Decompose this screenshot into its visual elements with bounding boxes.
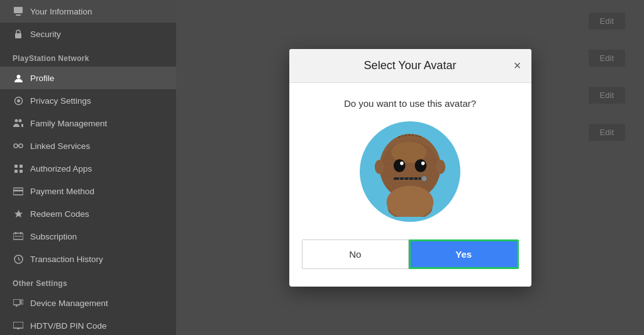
sidebar-item-hdtv-pin[interactable]: HDTV/BD PIN Code — [0, 314, 176, 335]
main-content: Edit Edit Edit Edit Select Your Avatar ×… — [176, 0, 644, 335]
sidebar-item-privacy-settings[interactable]: Privacy Settings — [0, 89, 176, 112]
sidebar-item-label: Security — [30, 30, 61, 39]
privacy-icon — [13, 95, 24, 106]
sidebar-item-label: HDTV/BD PIN Code — [30, 321, 107, 331]
sidebar-section-other: Other Settings Device Management HDTV/BD… — [0, 270, 176, 335]
svg-point-8 — [14, 144, 18, 148]
sidebar-item-security[interactable]: Security — [0, 23, 176, 45]
sidebar-item-redeem-codes[interactable]: Redeem Codes — [0, 202, 176, 225]
sidebar: Your Information Security PlayStation Ne… — [0, 0, 176, 335]
sidebar-item-label: Family Management — [30, 119, 107, 128]
modal-overlay: Select Your Avatar × Do you want to use … — [176, 0, 644, 335]
lock-icon — [13, 28, 24, 40]
svg-point-9 — [19, 144, 23, 148]
svg-rect-13 — [14, 170, 18, 173]
sidebar-item-label: Subscription — [30, 232, 77, 241]
svg-rect-14 — [19, 170, 23, 173]
payment-icon — [13, 185, 24, 197]
sidebar-item-family-management[interactable]: Family Management — [0, 112, 176, 135]
svg-point-30 — [394, 159, 406, 172]
svg-point-6 — [15, 119, 18, 123]
dialog-body: Do you want to use this avatar? — [289, 83, 531, 287]
sidebar-item-label: Redeem Codes — [30, 209, 89, 219]
dialog-buttons: No Yes — [302, 239, 519, 269]
linked-icon — [13, 140, 24, 151]
svg-rect-16 — [13, 190, 23, 192]
svg-point-7 — [19, 119, 22, 123]
svg-rect-1 — [16, 14, 21, 16]
sidebar-item-profile[interactable]: Profile — [0, 67, 176, 89]
svg-rect-2 — [15, 33, 21, 38]
no-button[interactable]: No — [302, 239, 409, 269]
sidebar-item-device-management[interactable]: Device Management — [0, 292, 176, 314]
sidebar-item-label: Transaction History — [30, 255, 103, 264]
sidebar-item-payment-method[interactable]: Payment Method — [0, 180, 176, 202]
subscription-icon — [13, 231, 24, 242]
svg-rect-0 — [14, 7, 23, 13]
svg-rect-24 — [13, 322, 23, 328]
other-section-header: Other Settings — [0, 270, 176, 292]
sidebar-item-your-information[interactable]: Your Information — [0, 0, 176, 23]
sidebar-item-label: Authorized Apps — [30, 164, 92, 173]
dialog-title: Select Your Avatar — [364, 59, 457, 72]
psn-section-header: PlayStation Network — [0, 45, 176, 67]
hdtv-icon — [13, 320, 24, 331]
sackboy-avatar-svg — [366, 126, 454, 217]
sidebar-item-label: Device Management — [30, 299, 108, 308]
svg-point-42 — [436, 160, 445, 173]
redeem-icon — [13, 208, 24, 219]
sidebar-section-1: Your Information Security — [0, 0, 176, 45]
sidebar-item-authorized-apps[interactable]: Authorized Apps — [0, 157, 176, 180]
family-icon — [13, 118, 24, 129]
svg-point-40 — [421, 176, 427, 182]
sidebar-item-subscription[interactable]: Subscription — [0, 225, 176, 248]
select-avatar-dialog: Select Your Avatar × Do you want to use … — [289, 49, 531, 287]
svg-point-5 — [17, 99, 20, 102]
svg-point-32 — [400, 162, 404, 165]
person-icon — [13, 6, 24, 17]
svg-point-31 — [414, 159, 426, 172]
profile-icon — [13, 72, 24, 84]
sidebar-section-psn: PlayStation Network Profile Privacy Sett… — [0, 45, 176, 270]
svg-rect-21 — [13, 299, 20, 305]
sidebar-item-transaction-history[interactable]: Transaction History — [0, 248, 176, 270]
svg-point-41 — [375, 160, 384, 173]
yes-button[interactable]: Yes — [409, 239, 519, 269]
history-icon — [13, 253, 24, 265]
dialog-header: Select Your Avatar × — [289, 49, 531, 83]
svg-rect-22 — [21, 300, 23, 304]
sidebar-item-label: Profile — [30, 74, 54, 83]
close-button[interactable]: × — [514, 59, 521, 72]
svg-rect-11 — [14, 165, 18, 168]
device-icon — [13, 297, 24, 309]
dialog-question: Do you want to use this avatar? — [344, 98, 476, 109]
sidebar-item-label: Payment Method — [30, 187, 94, 196]
avatar-preview — [360, 121, 460, 222]
svg-point-33 — [421, 162, 425, 165]
sidebar-item-linked-services[interactable]: Linked Services — [0, 135, 176, 157]
svg-point-3 — [16, 75, 20, 79]
sidebar-item-label: Your Information — [30, 7, 92, 16]
apps-icon — [13, 163, 24, 174]
sidebar-item-label: Privacy Settings — [30, 96, 91, 106]
sidebar-item-label: Linked Services — [30, 141, 90, 151]
svg-rect-12 — [19, 165, 23, 168]
